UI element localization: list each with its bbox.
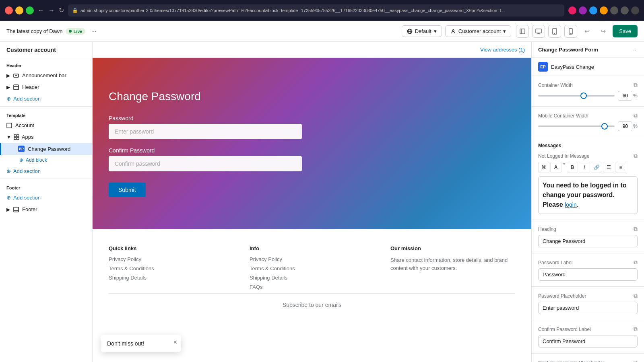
add-section-btn-header[interactable]: ⊕ Add section (0, 93, 92, 105)
live-dot (69, 30, 72, 33)
save-button[interactable]: Save (613, 25, 638, 37)
confirm-pw-placeholder-copy-icon[interactable]: ⧉ (634, 359, 638, 362)
bold-btn[interactable]: B (567, 162, 578, 173)
back-btn[interactable]: ← (38, 7, 44, 14)
template-section-label: Template (0, 108, 92, 119)
default-dropdown[interactable]: Default ▾ (402, 25, 442, 37)
sidebar-item-account[interactable]: Account (0, 119, 92, 131)
password-placeholder-input[interactable] (538, 302, 638, 314)
account-icon (6, 123, 12, 128)
customer-icon (450, 29, 456, 34)
extension-icon-4 (600, 6, 608, 14)
ordered-list-btn[interactable]: ≡ (615, 162, 626, 173)
login-link[interactable]: login (565, 202, 577, 208)
preview-inner: View addresses (1) Change Password Passw… (93, 42, 531, 362)
tablet-btn[interactable] (548, 25, 561, 38)
password-label-copy-icon[interactable]: ⧉ (634, 259, 638, 266)
view-addresses-link[interactable]: View addresses (1) (480, 47, 525, 53)
mission-text: Share contact information, store details… (390, 256, 515, 272)
rich-text-special-btn[interactable]: ⌘ (538, 162, 549, 173)
maximize-btn[interactable] (26, 6, 34, 14)
password-placeholder-copy-icon[interactable]: ⧉ (634, 292, 638, 299)
svg-point-10 (555, 33, 555, 33)
confirm-password-placeholder-field-label: Confirm Password Placeholder ⧉ (538, 359, 638, 362)
confirm-password-label: Confirm Password (109, 147, 302, 154)
minimize-btn[interactable] (15, 6, 23, 14)
container-width-copy-icon[interactable]: ⧉ (634, 82, 638, 88)
change-password-app-icon: EP (18, 146, 25, 152)
mobile-icon (568, 28, 574, 35)
submit-button[interactable]: Submit (109, 183, 146, 197)
not-logged-in-text: You need to be logged in to change your … (543, 182, 627, 208)
extension-icon-2 (579, 6, 587, 14)
list-btn[interactable]: ☰ (603, 162, 614, 173)
footer-link-shipping-2[interactable]: Shipping Details (250, 275, 374, 281)
mobile-btn[interactable] (564, 25, 577, 38)
heading-input[interactable] (538, 235, 638, 247)
refresh-btn[interactable]: ↻ (59, 6, 64, 14)
chevron-down-icon: ▼ (6, 134, 11, 140)
footer-link-terms-1[interactable]: Terms & Conditions (109, 265, 233, 272)
popup-banner: Don't miss out! × (101, 335, 181, 352)
confirm-password-label-copy-icon[interactable]: ⧉ (634, 326, 638, 333)
chevron-right-icon-2: ▶ (6, 84, 10, 90)
right-panel-more-btn[interactable]: ··· (633, 47, 638, 53)
popup-close-btn[interactable]: × (173, 339, 177, 346)
customer-account-dropdown[interactable]: Customer account ▾ (445, 25, 512, 37)
add-section-btn-footer[interactable]: ⊕ Add section (0, 192, 92, 204)
sidebar-item-footer[interactable]: ▶ Footer (0, 204, 92, 215)
footer-link-privacy-policy-1[interactable]: Privacy Policy (109, 256, 233, 262)
container-width-slider[interactable] (538, 95, 615, 97)
password-input[interactable] (109, 124, 302, 139)
mobile-width-copy-icon[interactable]: ⧉ (634, 112, 638, 119)
link-btn[interactable]: 🔗 (591, 162, 602, 173)
confirm-password-label-section: Confirm Password Label ⧉ (532, 320, 644, 354)
desktop-icon (535, 28, 542, 35)
footer-link-terms-2[interactable]: Terms & Conditions (250, 265, 374, 272)
easypass-logo-icon: EP (538, 62, 548, 72)
svg-rect-22 (14, 207, 19, 212)
close-btn[interactable] (5, 6, 13, 14)
change-password-section: Change Password Password Confirm Passwor… (93, 58, 531, 229)
mobile-width-value-input[interactable]: 90 (618, 121, 632, 131)
container-width-value-input[interactable]: 60 (618, 91, 632, 101)
svg-rect-15 (14, 85, 19, 90)
footer-link-faqs[interactable]: FAQs (250, 284, 374, 290)
right-panel-logo: EP EasyPass Change (532, 58, 644, 76)
sidebar-item-announcement-bar[interactable]: ▶ Announcement bar (0, 70, 92, 81)
heading-copy-icon[interactable]: ⧉ (634, 226, 638, 232)
undo-btn[interactable]: ↩ (580, 25, 593, 38)
globe-icon (407, 29, 413, 34)
mobile-width-slider[interactable] (538, 125, 615, 127)
more-button[interactable]: ··· (89, 27, 99, 36)
expand-icon (519, 28, 526, 35)
header-section-label: Header (0, 58, 92, 70)
not-logged-in-rich-text[interactable]: You need to be logged in to change your … (538, 176, 638, 214)
sidebar-item-header[interactable]: ▶ Header (0, 81, 92, 93)
italic-btn[interactable]: I (579, 162, 590, 173)
quick-links-col: Quick links Privacy Policy Terms & Condi… (109, 245, 233, 293)
sidebar-title: Customer account (0, 42, 92, 58)
footer-link-privacy-policy-2[interactable]: Privacy Policy (250, 256, 374, 262)
sidebar-item-apps[interactable]: ▼ Apps (0, 131, 92, 143)
confirm-password-input[interactable] (109, 156, 302, 171)
font-chevron: ▾ (562, 162, 566, 173)
forward-btn[interactable]: → (48, 7, 55, 14)
url-bar[interactable]: 🔒 admin.shopify.com/store/panther-2-0/th… (68, 4, 564, 16)
password-placeholder-section: Password Placeholder ⧉ (532, 287, 644, 320)
theme-title: The latest copy of Dawn (6, 28, 62, 34)
redo-btn[interactable]: ↪ (597, 25, 609, 38)
footer-link-shipping-1[interactable]: Shipping Details (109, 275, 233, 281)
mobile-container-width-label: Mobile Container Width ⧉ (538, 112, 638, 119)
sidebar-item-change-password[interactable]: EP Change Password (0, 143, 92, 155)
browser-topbar: ← → ↻ 🔒 admin.shopify.com/store/panther-… (0, 0, 644, 21)
add-section-btn-template[interactable]: ⊕ Add section (0, 165, 92, 177)
not-logged-in-copy-icon[interactable]: ⧉ (634, 152, 638, 159)
confirm-password-label-input[interactable] (538, 335, 638, 348)
password-label-input[interactable] (538, 268, 638, 281)
add-block-btn[interactable]: ⊕ Add block (0, 155, 92, 165)
desktop-btn[interactable] (532, 25, 545, 38)
expand-view-btn[interactable] (516, 25, 529, 38)
password-placeholder-field-label: Password Placeholder ⧉ (538, 292, 638, 299)
rich-text-font-btn[interactable]: A (550, 162, 561, 173)
